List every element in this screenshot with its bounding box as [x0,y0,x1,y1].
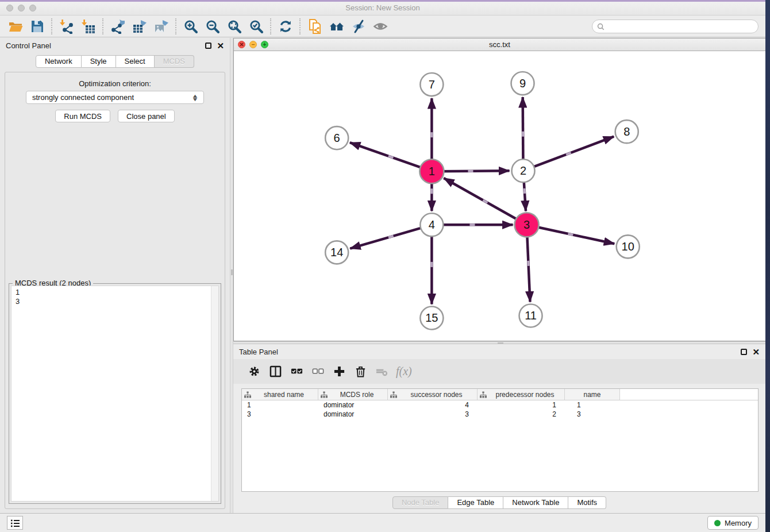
show-all-button[interactable] [326,17,348,36]
column-header-predecessor-nodes[interactable]: predecessor nodes [478,389,565,400]
desktop-background [765,0,770,532]
function-builder-button[interactable]: f(x) [392,365,412,378]
zoom-in-icon [183,19,198,34]
table-body: 1dominator4113dominator323 [242,400,758,419]
zoom-out-button[interactable] [202,17,224,36]
refresh-view-button[interactable] [275,17,297,36]
delete-table-button[interactable] [371,362,392,381]
tab-edge-table[interactable]: Edge Table [448,496,503,509]
table-header-filler [620,389,758,400]
import-table-button[interactable] [78,17,99,36]
open-session-button[interactable] [5,17,26,36]
graph-node-label: 6 [334,132,340,144]
table-row[interactable]: 3dominator323 [242,410,758,419]
cell-MCDS-role: dominator [318,410,388,419]
tab-network[interactable]: Network [36,55,82,68]
edge-handle [523,188,526,194]
network-canvas[interactable]: 7968124314101511 [234,51,765,341]
column-hierarchy-icon [244,391,251,398]
table-settings-button[interactable] [244,362,265,381]
network-window-controls: ✕ – + [238,41,268,48]
graph-node-label: 10 [622,240,634,253]
close-window-button[interactable] [6,5,13,11]
tab-style[interactable]: Style [82,55,116,68]
float-panel-icon[interactable] [205,43,211,49]
toolbar-separator [102,18,104,34]
criterion-select[interactable]: strongly connected component ▲▼ [26,91,204,104]
maximize-view-button[interactable]: + [261,41,268,48]
export-network-button[interactable] [107,17,129,36]
graph-node-label: 7 [429,78,435,91]
criterion-selected-value: strongly connected component [32,93,134,102]
search-field[interactable] [592,20,759,33]
zoom-window-button[interactable] [29,5,36,11]
toggle-column-view-button[interactable] [265,362,286,381]
control-panel: Control Panel ✕ Network Style Select MCD… [0,38,230,513]
export-network-icon [110,19,125,34]
close-panel-button[interactable]: Close panel [118,110,175,122]
table-row[interactable]: 1dominator411 [242,400,758,410]
cell-name: 3 [565,410,620,419]
table-panel: Table Panel ✕ [233,344,765,513]
table-panel-header: Table Panel ✕ [233,344,765,359]
search-input[interactable] [607,22,753,32]
cell-shared-name: 3 [242,410,318,419]
result-scrollbar[interactable] [211,286,218,501]
zoom-in-button[interactable] [180,17,202,36]
minimize-view-button[interactable]: – [249,41,257,48]
memory-status-icon [714,520,721,526]
close-view-button[interactable]: ✕ [238,41,245,48]
zoom-selected-button[interactable] [245,17,267,36]
show-hidden-button[interactable] [369,17,391,36]
column-header-shared-name[interactable]: shared name [242,389,318,400]
save-session-button[interactable] [26,17,48,36]
list-icon [10,519,20,527]
close-panel-icon[interactable]: ✕ [752,349,760,355]
fit-content-button[interactable] [224,17,245,36]
float-panel-icon[interactable] [741,349,747,355]
cell-MCDS-role: dominator [318,400,388,410]
mcds-result-area[interactable]: 1 3 [11,286,219,502]
network-graph[interactable]: 7968124314101511 [234,51,765,341]
delete-column-button[interactable] [350,362,371,381]
homes-icon [329,19,344,34]
duplicate-network-button[interactable] [304,17,326,36]
select-all-columns-button[interactable] [286,362,307,381]
graph-node-label: 15 [425,311,438,324]
cell-predecessor-nodes: 1 [478,400,565,410]
table-toolbar: f(x) [233,359,765,384]
close-panel-icon[interactable]: ✕ [217,43,224,49]
edge-handle [568,233,573,236]
edge-handle [430,132,433,137]
zoom-selected-icon [249,19,264,34]
table-tabs: Node Table Edge Table Network Table Moti… [233,496,765,509]
export-image-button[interactable] [151,17,172,36]
tab-motifs[interactable]: Motifs [568,496,606,509]
network-view-window: ✕ – + scc.txt 7968124314101511 [233,38,765,341]
import-table-icon [81,19,96,34]
import-network-button[interactable] [56,17,78,36]
run-mcds-button[interactable]: Run MCDS [55,110,110,122]
mcds-result-box: MCDS result (2 nodes) 1 3 [9,283,221,504]
select-all-icon [291,365,303,377]
edge-handle [522,132,524,137]
graph-node-label: 3 [523,218,530,231]
column-header-MCDS-role[interactable]: MCDS role [318,389,388,400]
eye-icon [373,19,388,34]
column-header-label: name [567,391,617,399]
add-column-button[interactable] [329,362,350,381]
tab-node-table[interactable]: Node Table [392,496,449,509]
export-table-button[interactable] [129,17,151,36]
edge-handle [430,262,433,267]
tab-select[interactable]: Select [116,55,155,68]
deselect-all-columns-button[interactable] [307,362,329,381]
plus-icon [333,365,345,377]
task-history-button[interactable] [7,516,23,530]
column-header-name[interactable]: name [565,389,620,400]
memory-button[interactable]: Memory [707,516,759,530]
column-header-successor-nodes[interactable]: successor nodes [388,389,478,400]
tab-network-table[interactable]: Network Table [503,496,568,509]
minimize-window-button[interactable] [18,5,25,11]
tab-mcds[interactable]: MCDS [155,55,194,68]
hide-selected-button[interactable] [348,17,369,36]
